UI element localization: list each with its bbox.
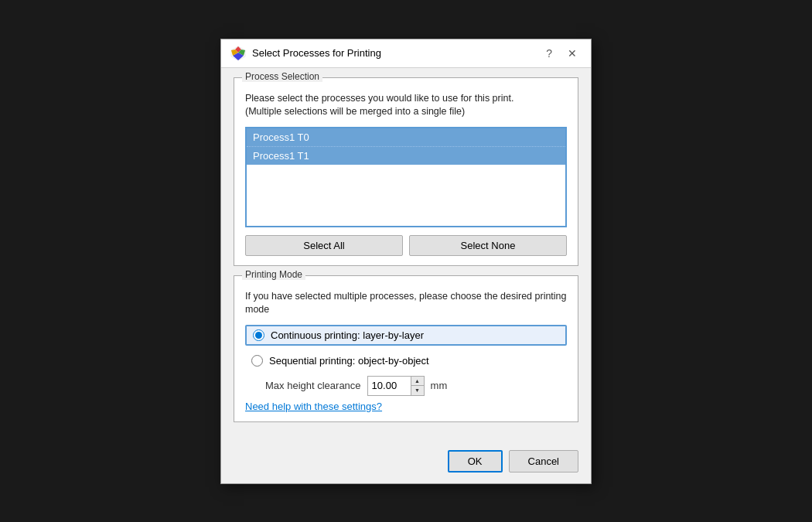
sequential-radio[interactable] — [251, 355, 263, 367]
sequential-option[interactable]: Sequential printing: object-by-object — [245, 352, 567, 370]
mm-unit-label: mm — [431, 380, 448, 391]
spinner-arrows: ▲ ▼ — [411, 377, 424, 395]
list-item[interactable]: Process1 T1 — [247, 147, 565, 165]
max-height-row: Max height clearance 10.00 ▲ ▼ mm — [265, 376, 567, 396]
dialog-body: Process Selection Please select the proc… — [221, 68, 591, 444]
ok-button[interactable]: OK — [448, 450, 503, 473]
printing-mode-title: Printing Mode — [242, 269, 305, 280]
sequential-label: Sequential printing: object-by-object — [269, 355, 429, 367]
continuous-radio[interactable] — [253, 329, 264, 341]
continuous-option[interactable]: Continuous printing: layer-by-layer — [245, 325, 567, 346]
printing-mode-desc: If you have selected multiple processes,… — [245, 290, 567, 317]
close-button[interactable]: ✕ — [563, 46, 582, 61]
dialog-footer: OK Cancel — [221, 444, 591, 483]
cancel-button[interactable]: Cancel — [509, 450, 578, 473]
title-bar-left: Select Processes for Printing — [230, 46, 381, 61]
list-item[interactable]: Process1 T0 — [247, 128, 565, 147]
process-selection-desc: Please select the processes you would li… — [245, 92, 567, 119]
selection-buttons: Select All Select None — [245, 235, 567, 256]
help-link[interactable]: Need help with these settings? — [245, 401, 567, 412]
printing-mode-section: Printing Mode If you have selected multi… — [234, 275, 578, 422]
app-icon — [230, 46, 246, 61]
select-none-button[interactable]: Select None — [409, 235, 567, 256]
dialog-title: Select Processes for Printing — [252, 47, 381, 59]
process-selection-section: Process Selection Please select the proc… — [234, 77, 578, 266]
process-list[interactable]: Process1 T0 Process1 T1 — [245, 127, 567, 227]
max-height-input[interactable]: 10.00 — [368, 377, 411, 394]
help-button[interactable]: ? — [541, 46, 557, 61]
process-selection-title: Process Selection — [242, 71, 322, 82]
desc-line1: Please select the processes you would li… — [245, 93, 513, 104]
select-all-button[interactable]: Select All — [245, 235, 403, 256]
title-bar-right: ? ✕ — [541, 46, 582, 61]
dialog: Select Processes for Printing ? ✕ Proces… — [220, 39, 592, 484]
max-height-label: Max height clearance — [265, 380, 361, 391]
spin-up-button[interactable]: ▲ — [411, 377, 424, 386]
desc-line2: (Multiple selections will be merged into… — [245, 106, 465, 117]
max-height-spinner[interactable]: 10.00 ▲ ▼ — [367, 376, 425, 396]
title-bar: Select Processes for Printing ? ✕ — [221, 39, 591, 68]
continuous-label: Continuous printing: layer-by-layer — [271, 329, 424, 341]
spin-down-button[interactable]: ▼ — [411, 386, 424, 395]
